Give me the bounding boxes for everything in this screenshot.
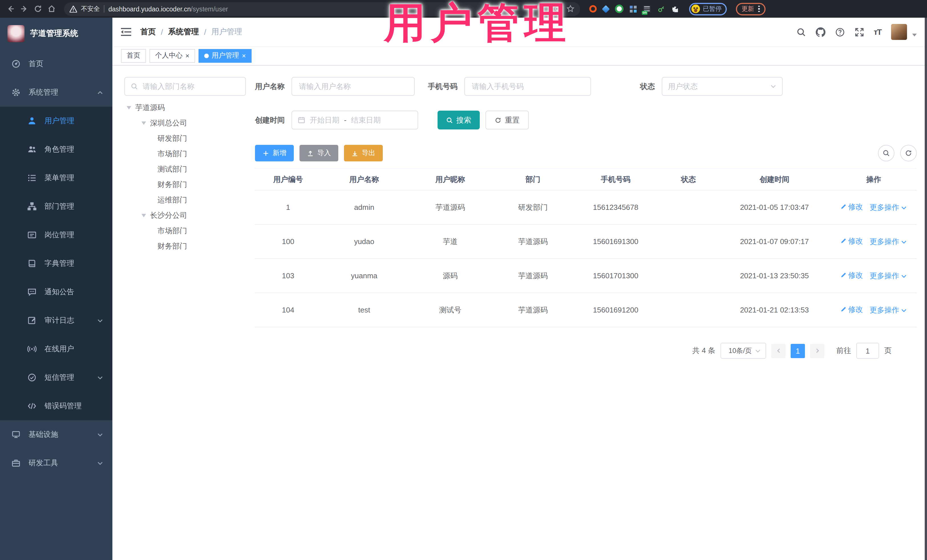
- sidebar-item-user-mgmt[interactable]: 用户管理: [0, 107, 112, 135]
- refresh-table-button[interactable]: [900, 145, 917, 161]
- reset-button[interactable]: 重置: [485, 111, 529, 129]
- edit-link[interactable]: 修改: [840, 236, 863, 246]
- tree-node[interactable]: 芋道源码: [125, 100, 246, 115]
- tree-node[interactable]: 长沙分公司: [125, 208, 246, 223]
- forward-icon[interactable]: [20, 4, 29, 14]
- calendar-icon: [298, 116, 305, 124]
- breadcrumb-home[interactable]: 首页: [140, 27, 156, 37]
- sidebar-item-dev-tools[interactable]: 研发工具: [0, 449, 112, 477]
- check-circle-icon: [27, 373, 36, 382]
- font-size-icon[interactable]: тT: [874, 27, 881, 36]
- sidebar-item-dept-mgmt[interactable]: 部门管理: [0, 192, 112, 221]
- tree-caret-icon[interactable]: [141, 121, 146, 124]
- browser-profile-chip[interactable]: 已暂停: [689, 3, 727, 15]
- sidebar-item-dict-mgmt[interactable]: 字典管理: [0, 249, 112, 278]
- add-button[interactable]: 新增: [255, 145, 294, 161]
- dept-panel: 请输入部门名称 芋道源码 深圳总公司 研发部门 市场部门 测试部门 财务部门 运…: [125, 65, 246, 560]
- create-time-range-picker[interactable]: 开始日期 - 结束日期: [292, 111, 418, 129]
- extension-grid-icon[interactable]: [630, 5, 637, 12]
- sidebar-item-infrastructure[interactable]: 基础设施: [0, 420, 112, 449]
- more-actions-link[interactable]: 更多操作: [870, 305, 907, 316]
- mobile-input[interactable]: [464, 77, 591, 96]
- more-actions-link[interactable]: 更多操作: [870, 271, 907, 281]
- show-search-toggle-button[interactable]: [878, 145, 895, 161]
- more-actions-link[interactable]: 更多操作: [870, 203, 907, 213]
- page-unit-label: 页: [884, 346, 892, 356]
- sidebar-item-error-code[interactable]: 错误码管理: [0, 392, 112, 420]
- close-tab-icon[interactable]: ×: [242, 52, 246, 59]
- more-actions-link[interactable]: 更多操作: [870, 237, 907, 247]
- github-icon[interactable]: [816, 27, 825, 37]
- security-label[interactable]: 不安全: [81, 5, 100, 13]
- extension-gem-icon[interactable]: [602, 5, 610, 13]
- tab-profile[interactable]: 个人中心 ×: [149, 49, 195, 62]
- window-scrollbar[interactable]: [925, 18, 927, 560]
- page-size-select[interactable]: 10条/页: [720, 343, 766, 359]
- extension-ubuntu-icon[interactable]: [589, 5, 597, 12]
- tree-node[interactable]: 研发部门: [125, 131, 246, 146]
- extension-key-icon[interactable]: [657, 5, 665, 13]
- page-url[interactable]: dashboard.yudao.iocoder.cn/system/user: [108, 5, 228, 12]
- tree-node[interactable]: 市场部门: [125, 146, 246, 161]
- tree-node[interactable]: 运维部门: [125, 192, 246, 208]
- search-button[interactable]: 搜索: [438, 111, 480, 129]
- goto-page-input[interactable]: [856, 343, 879, 359]
- help-icon[interactable]: [835, 27, 845, 37]
- tree-caret-icon[interactable]: [141, 214, 146, 217]
- col-user-id: 用户编号: [255, 168, 321, 190]
- sidebar-item-sms-mgmt[interactable]: 短信管理: [0, 363, 112, 392]
- collapse-sidebar-icon[interactable]: [121, 27, 131, 36]
- fullscreen-icon[interactable]: [854, 27, 864, 37]
- search-icon[interactable]: [796, 27, 806, 37]
- tab-home[interactable]: 首页: [121, 49, 146, 62]
- sidebar-item-system[interactable]: 系统管理: [0, 78, 112, 107]
- sidebar-item-notice[interactable]: 通知公告: [0, 278, 112, 306]
- status-select[interactable]: 用户状态: [662, 77, 783, 96]
- export-button[interactable]: 导出: [344, 145, 383, 161]
- edit-link[interactable]: 修改: [840, 305, 863, 315]
- extensions-puzzle-icon[interactable]: [672, 5, 679, 12]
- roles-icon: [27, 145, 36, 154]
- chevron-down-icon: [901, 239, 907, 245]
- edit-link[interactable]: 修改: [840, 202, 863, 212]
- breadcrumb-current: 用户管理: [211, 27, 242, 37]
- tree-node[interactable]: 深圳总公司: [125, 115, 246, 131]
- tree-node[interactable]: 财务部门: [125, 177, 246, 192]
- browser-update-button[interactable]: 更新: [736, 3, 765, 15]
- prev-page-button[interactable]: [771, 344, 786, 358]
- sidebar-item-role-mgmt[interactable]: 角色管理: [0, 135, 112, 164]
- sidebar-item-home[interactable]: 首页: [0, 50, 112, 78]
- toolbox-icon: [11, 458, 21, 467]
- tree-node[interactable]: 市场部门: [125, 223, 246, 238]
- import-button[interactable]: 导入: [299, 145, 338, 161]
- tree-caret-icon[interactable]: [127, 106, 131, 109]
- breadcrumb-system[interactable]: 系统管理: [168, 27, 199, 37]
- tree-node[interactable]: 测试部门: [125, 161, 246, 177]
- tab-user-mgmt[interactable]: 用户管理 ×: [199, 49, 252, 62]
- sidebar-item-online-users[interactable]: 在线用户: [0, 335, 112, 363]
- user-avatar[interactable]: [891, 24, 907, 40]
- close-tab-icon[interactable]: ×: [185, 52, 189, 59]
- pagination: 共 4 条 10条/页 1 前往: [255, 343, 917, 359]
- reload-icon[interactable]: [33, 4, 42, 14]
- avatar-caret-icon[interactable]: [912, 33, 917, 36]
- chevron-down-icon: [755, 348, 761, 354]
- sidebar-item-menu-mgmt[interactable]: 菜单管理: [0, 164, 112, 192]
- tree-node[interactable]: 财务部门: [125, 238, 246, 254]
- user-icon: [27, 116, 36, 126]
- username-input[interactable]: [292, 77, 415, 96]
- app-logo-row[interactable]: 芋道管理系统: [0, 18, 112, 50]
- extension-green-icon[interactable]: [615, 5, 623, 13]
- sidebar-item-post-mgmt[interactable]: 岗位管理: [0, 221, 112, 249]
- edit-link[interactable]: 修改: [840, 270, 863, 281]
- extension-switch-on-icon[interactable]: on: [643, 5, 651, 12]
- sidebar-item-audit-log[interactable]: 审计日志: [0, 306, 112, 335]
- dept-search-box[interactable]: 请输入部门名称: [125, 77, 246, 96]
- home-icon[interactable]: [47, 4, 56, 14]
- back-icon[interactable]: [6, 4, 15, 14]
- chevron-down-icon: [97, 317, 103, 323]
- browser-menu-icon[interactable]: [758, 6, 760, 12]
- next-page-button[interactable]: [810, 344, 824, 358]
- sidebar: 芋道管理系统 首页 系统管理 用户管理 角色管理: [0, 18, 112, 560]
- page-number-1[interactable]: 1: [791, 344, 805, 358]
